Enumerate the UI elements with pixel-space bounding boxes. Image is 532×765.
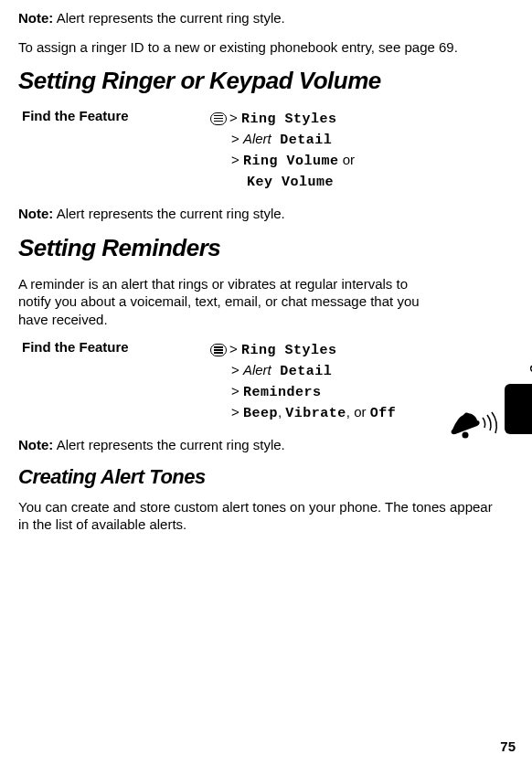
note-italic: Alert — [53, 437, 84, 452]
heading-creating-alert-tones: Creating Alert Tones — [18, 465, 494, 489]
note-alert-2: Note: Alert represents the current ring … — [18, 205, 494, 223]
find-feature-label: Find the Feature — [18, 339, 210, 423]
note-label: Note: — [18, 10, 53, 26]
menu-path-volume: > Ring Styles > Alert Detail > Ring Volu… — [210, 108, 355, 192]
find-feature-reminders: Find the Feature > Ring Styles > Alert D… — [18, 339, 494, 423]
find-feature-label: Find the Feature — [18, 108, 210, 192]
menu-path-reminders: > Ring Styles > Alert Detail > Reminders… — [210, 339, 396, 423]
chapter-tab — [505, 384, 532, 434]
note-label: Note: — [18, 206, 53, 221]
body-ringer-id: To assign a ringer ID to a new or existi… — [18, 38, 494, 57]
note-alert-1: Note: Alert represents the current ring … — [18, 9, 494, 27]
page-number: 75 — [500, 738, 516, 754]
note-label: Note: — [18, 437, 53, 452]
find-feature-volume: Find the Feature > Ring Styles > Alert D… — [18, 108, 494, 192]
body-alert-tones: You can create and store custom alert to… — [18, 498, 494, 534]
note-text: Alert represents the current ring style. — [53, 206, 284, 221]
menu-icon — [210, 112, 227, 125]
svg-point-0 — [463, 432, 469, 439]
note-text: represents the current ring style. — [85, 437, 285, 452]
note-alert-3: Note: Alert represents the current ring … — [18, 436, 494, 454]
heading-setting-reminders: Setting Reminders — [18, 234, 494, 262]
menu-icon — [210, 344, 227, 356]
heading-ringer-keypad-volume: Setting Ringer or Keypad Volume — [18, 67, 494, 95]
note-text: Alert represents the current ring style. — [53, 10, 284, 26]
body-reminders: A reminder is an alert that rings or vib… — [18, 275, 439, 329]
alert-bell-icon — [450, 409, 500, 453]
